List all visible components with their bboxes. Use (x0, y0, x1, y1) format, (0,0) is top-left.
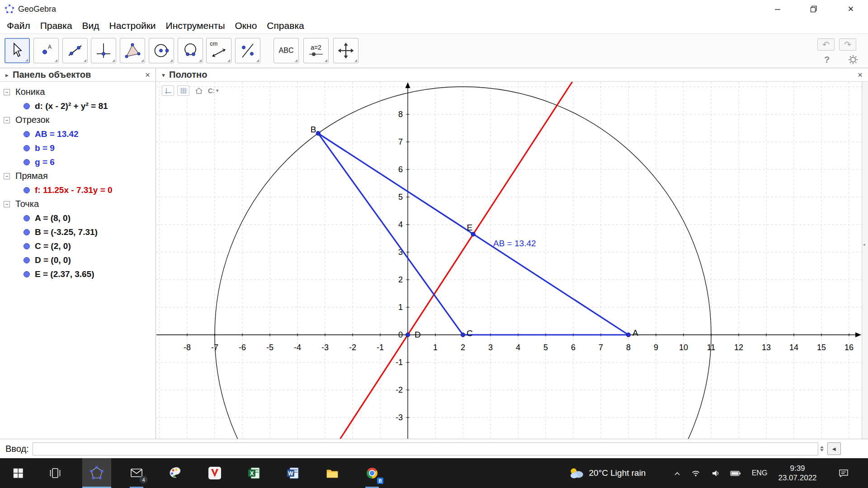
task-view-icon (49, 467, 61, 479)
visibility-marble[interactable] (24, 103, 30, 109)
menu-item-7[interactable]: Справка (262, 18, 309, 33)
tree-group[interactable]: −Отрезок (0, 113, 156, 127)
menu-item-3[interactable]: Вид (77, 18, 104, 33)
tool-circle[interactable] (149, 38, 174, 63)
visibility-marble[interactable] (24, 159, 30, 165)
tree-item[interactable]: A = (8, 0) (0, 211, 156, 225)
task-view-button[interactable] (41, 458, 70, 488)
tree-item[interactable]: f: 11.25x - 7.31y = 0 (0, 183, 156, 197)
toggle-grid-button[interactable] (177, 85, 189, 96)
tool-point[interactable]: A (33, 38, 59, 63)
taskbar-app-file-explorer[interactable] (318, 458, 347, 488)
collapse-toggle[interactable]: − (4, 173, 10, 179)
point-B[interactable] (316, 131, 320, 135)
visibility-marble[interactable] (24, 243, 30, 249)
tree-item[interactable]: E = (2.37, 3.65) (0, 267, 156, 281)
taskbar-weather[interactable]: 20°C Light rain (554, 458, 660, 488)
sidebar-collapse-strip[interactable]: ◂ (862, 82, 868, 439)
close-button[interactable]: × (837, 0, 864, 18)
point-capturing-dropdown[interactable]: C: ▾ (208, 87, 219, 94)
algebra-close-icon[interactable]: × (145, 70, 150, 80)
point-C[interactable] (461, 333, 465, 337)
default-view-button[interactable] (193, 85, 205, 96)
taskbar-app-paint[interactable] (161, 458, 190, 488)
menu-item-5[interactable]: Инструменты (161, 18, 230, 33)
tool-line[interactable] (62, 38, 88, 63)
conic-tool-icon (181, 42, 199, 60)
tool-polygon[interactable] (120, 38, 145, 63)
tray-show-hidden-icons[interactable] (670, 458, 684, 488)
tray-language[interactable]: ENG (747, 458, 772, 488)
command-input[interactable] (33, 442, 818, 455)
collapse-toggle[interactable]: − (4, 201, 10, 207)
tool-reflect[interactable] (235, 38, 260, 63)
tool-text[interactable]: ABC (274, 38, 299, 63)
tool-slider[interactable]: a=2 (303, 38, 329, 63)
visibility-marble[interactable] (24, 257, 30, 263)
redo-button[interactable]: ↷ (839, 38, 856, 51)
tray-volume[interactable] (708, 458, 723, 488)
help-button[interactable]: ? (820, 54, 834, 66)
tool-conic[interactable] (178, 38, 203, 63)
tree-item[interactable]: B = (-3.25, 7.31) (0, 225, 156, 239)
point-E[interactable] (471, 232, 475, 236)
visibility-marble[interactable] (24, 131, 30, 137)
toggle-axes-button[interactable] (162, 85, 174, 96)
graphics-canvas[interactable]: -8-7-6-5-4-3-2-112345678910111213141516-… (156, 82, 862, 439)
panel-collapse-icon[interactable]: ▾ (162, 71, 165, 79)
input-history-spinner[interactable] (820, 446, 824, 451)
tree-item[interactable]: b = 9 (0, 141, 156, 155)
menu-item-2[interactable]: Правка (35, 18, 77, 33)
point-D[interactable] (406, 333, 410, 337)
graphics-panel-title: Полотно (169, 70, 207, 80)
line-tool-icon (66, 42, 84, 60)
y-tick-label: 8 (398, 110, 403, 119)
panel-expand-icon[interactable]: ▸ (5, 71, 9, 79)
visibility-marble[interactable] (24, 145, 30, 151)
undo-button[interactable]: ↶ (817, 38, 835, 51)
taskbar-app-chrome[interactable]: B (358, 458, 387, 488)
taskbar-app-geogebra[interactable] (82, 458, 111, 488)
tree-group[interactable]: −Точка (0, 197, 156, 211)
menu-item-6[interactable]: Окно (230, 18, 262, 33)
visibility-marble[interactable] (24, 215, 30, 221)
object-text: AB = 13.42 (35, 129, 79, 139)
tool-perpendicular-line[interactable] (91, 38, 116, 63)
taskbar-app-mail[interactable]: 4 (122, 458, 151, 488)
graphics-close-icon[interactable]: × (858, 70, 863, 80)
tree-item[interactable]: d: (x - 2)² + y² = 81 (0, 99, 156, 113)
collapse-toggle[interactable]: − (4, 89, 10, 95)
taskbar-app-excel[interactable]: X (240, 458, 269, 488)
start-button[interactable] (4, 458, 33, 488)
tree-group[interactable]: −Коника (0, 85, 156, 99)
tree-item[interactable]: AB = 13.42 (0, 127, 156, 141)
menu-item-1[interactable]: Файл (2, 18, 35, 33)
tree-item[interactable]: g = 6 (0, 155, 156, 169)
visibility-marble[interactable] (24, 271, 30, 277)
taskbar-app-red-v[interactable] (200, 458, 229, 488)
menu-item-4[interactable]: Настройки (104, 18, 161, 33)
line-f[interactable] (340, 82, 572, 439)
tray-network[interactable] (688, 458, 703, 488)
visibility-marble[interactable] (24, 229, 30, 235)
settings-button[interactable] (846, 54, 860, 66)
x-tick-label: -1 (377, 343, 384, 352)
tree-item[interactable]: C = (2, 0) (0, 239, 156, 253)
tree-item[interactable]: D = (0, 0) (0, 253, 156, 267)
segment-BC[interactable] (318, 133, 463, 335)
tray-clock[interactable]: 9:39 23.07.2022 (774, 458, 821, 488)
tray-action-center[interactable] (830, 458, 857, 488)
tool-move[interactable] (5, 38, 30, 63)
tray-battery[interactable] (727, 458, 744, 488)
tree-group[interactable]: −Прямая (0, 169, 156, 183)
taskbar-app-word[interactable]: W (278, 458, 307, 488)
tool-move-view[interactable] (333, 38, 359, 63)
restore-button[interactable] (801, 0, 826, 18)
tool-measure[interactable]: cm (206, 38, 231, 63)
input-help-button[interactable]: ◄ (827, 442, 841, 455)
minimize-button[interactable] (765, 0, 790, 18)
point-A[interactable] (626, 333, 630, 337)
visibility-marble[interactable] (24, 187, 30, 193)
collapse-toggle[interactable]: − (4, 117, 10, 123)
speaker-icon (712, 469, 720, 477)
